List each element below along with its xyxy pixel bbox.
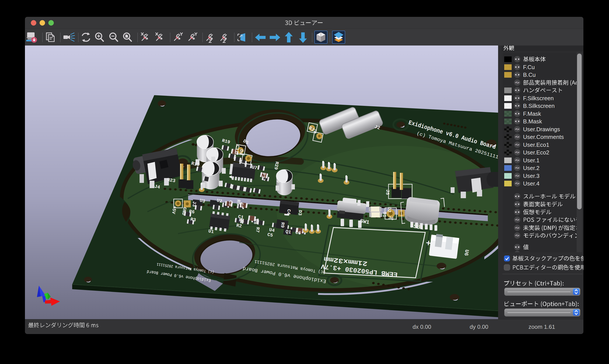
svg-text:U1: U1	[208, 229, 214, 234]
svg-text:R6: R6	[189, 209, 195, 215]
svg-text:D2: D2	[387, 207, 392, 213]
svg-text:D1: D1	[382, 211, 387, 217]
svg-text:R8: R8	[253, 219, 258, 224]
svg-text:R1: R1	[239, 218, 245, 223]
svg-text:J3: J3	[191, 201, 197, 207]
svg-text:C6: C6	[295, 230, 301, 236]
svg-text:C9: C9	[275, 177, 281, 183]
svg-text:C5: C5	[267, 232, 273, 238]
svg-text:R3: R3	[190, 217, 196, 223]
svg-text:R9: R9	[280, 222, 285, 228]
svg-text:C4: C4	[286, 209, 291, 215]
svg-text:D4: D4	[238, 149, 244, 155]
svg-text:U6: U6	[463, 249, 470, 256]
svg-text:C2: C2	[239, 202, 244, 208]
svg-text:R7: R7	[255, 227, 260, 233]
svg-text:J4: J4	[154, 184, 161, 190]
svg-text:P17: P17	[260, 173, 266, 181]
svg-text:J5: J5	[385, 189, 390, 195]
svg-text:Q1: Q1	[285, 229, 292, 235]
svg-text:R2: R2	[236, 223, 242, 229]
svg-text:C3: C3	[228, 200, 233, 206]
svg-text:D3: D3	[297, 210, 303, 216]
